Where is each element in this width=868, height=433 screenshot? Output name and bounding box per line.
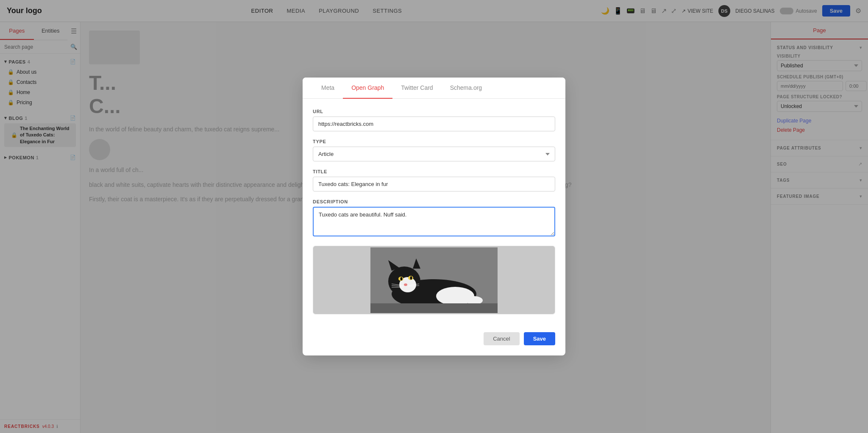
svg-point-12 [404, 283, 407, 286]
url-label: URL [313, 109, 555, 114]
save-button[interactable]: Save [524, 332, 555, 345]
url-input[interactable] [313, 117, 555, 131]
og-description-input[interactable]: Tuxedo cats are beautiful. Nuff said. [313, 207, 555, 236]
seo-modal: Meta Open Graph Twitter Card Schema.org … [303, 78, 565, 355]
modal-tab-meta[interactable]: Meta [313, 78, 343, 99]
og-image-area[interactable] [313, 246, 555, 314]
og-title-input[interactable] [313, 177, 555, 192]
modal-overlay[interactable]: Meta Open Graph Twitter Card Schema.org … [0, 0, 868, 433]
type-label: TYPE [313, 139, 555, 144]
modal-tab-open-graph[interactable]: Open Graph [343, 78, 392, 99]
modal-footer: Cancel Save [303, 332, 565, 355]
og-description-field: DESCRIPTION Tuxedo cats are beautiful. N… [313, 199, 555, 238]
svg-point-10 [401, 277, 403, 280]
modal-tabs: Meta Open Graph Twitter Card Schema.org [303, 78, 565, 99]
og-description-label: DESCRIPTION [313, 199, 555, 204]
og-title-label: TITLE [313, 169, 555, 174]
og-title-field: TITLE [313, 169, 555, 192]
cancel-button[interactable]: Cancel [484, 332, 519, 345]
cat-image [313, 246, 555, 314]
svg-rect-18 [370, 303, 498, 313]
modal-body: URL TYPE Article Website Book Profile TI… [303, 99, 565, 332]
type-field: TYPE Article Website Book Profile [313, 139, 555, 161]
modal-tab-schema-org[interactable]: Schema.org [442, 78, 490, 99]
modal-tab-twitter-card[interactable]: Twitter Card [392, 78, 441, 99]
type-select[interactable]: Article Website Book Profile [313, 147, 555, 161]
svg-point-11 [410, 276, 412, 280]
url-field: URL [313, 109, 555, 131]
